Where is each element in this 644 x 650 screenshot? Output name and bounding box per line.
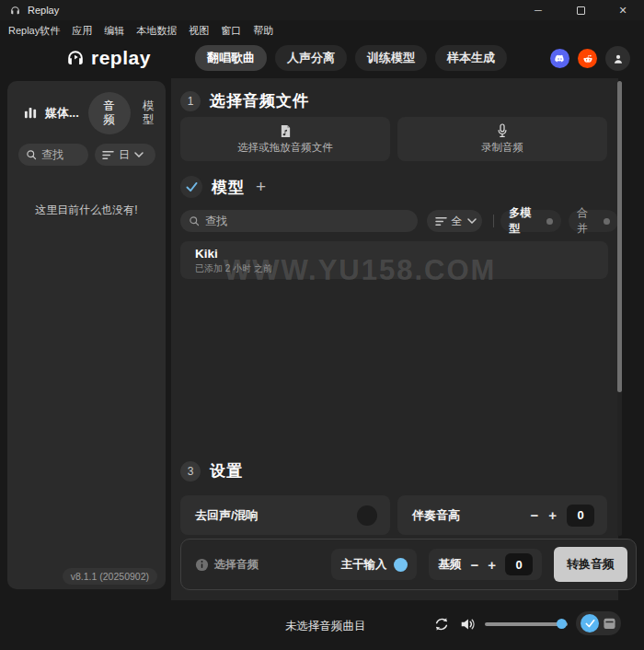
deecho-label: 去回声/混响 xyxy=(195,507,259,524)
menu-item-local-data[interactable]: 本地数据 xyxy=(136,24,177,38)
menu-item-replay[interactable]: Replay软件 xyxy=(8,24,60,38)
menu-item-help[interactable]: 帮助 xyxy=(253,24,273,38)
app-logo: replay xyxy=(65,47,151,69)
window-title: Replay xyxy=(28,5,59,16)
info-icon xyxy=(195,558,209,572)
sidebar-search-row: 日 xyxy=(7,134,166,166)
media-label: 媒体... xyxy=(45,105,79,122)
menu-bar: Replay软件 应用 编辑 本地数据 视图 窗口 帮助 xyxy=(0,20,644,41)
record-audio-label: 录制音频 xyxy=(481,141,523,155)
deecho-setting: 去回声/混响 xyxy=(180,495,390,535)
pitch-value[interactable]: 0 xyxy=(505,553,533,575)
select-audio-label: 选择音频 xyxy=(214,557,259,573)
tab-cover-song[interactable]: 翻唱歌曲 xyxy=(195,45,267,71)
autoplay-check-icon[interactable] xyxy=(581,614,599,633)
step1-title: 选择音频文件 xyxy=(210,90,309,111)
model-search-input[interactable] xyxy=(205,215,408,227)
sidebar-tab-audio[interactable]: 音频 xyxy=(88,92,131,134)
window-controls: ─ ✕ xyxy=(517,0,644,20)
convert-audio-button[interactable]: 转换音频 xyxy=(554,547,627,582)
step3-number: 3 xyxy=(180,461,201,482)
main-scrollbar[interactable] xyxy=(617,81,622,536)
maximize-button[interactable] xyxy=(559,0,602,20)
merge-toggle[interactable]: 合并 xyxy=(569,210,618,232)
model-name: Kiki xyxy=(195,247,608,261)
choose-file-label: 选择或拖放音频文件 xyxy=(237,141,333,155)
search-icon xyxy=(189,215,200,226)
menu-item-window[interactable]: 窗口 xyxy=(221,24,241,38)
accompaniment-pitch-stepper: − + 0 xyxy=(530,505,594,527)
decrease-button[interactable]: − xyxy=(530,507,538,523)
accompaniment-pitch-setting: 伴奏音高 − + 0 xyxy=(397,495,607,535)
select-audio-hint: 选择音频 xyxy=(195,557,259,573)
model-filter[interactable]: 全 xyxy=(427,210,483,232)
scrollbar-thumb[interactable] xyxy=(617,81,622,392)
account-icon[interactable] xyxy=(605,46,630,71)
volume-slider-knob[interactable] xyxy=(557,619,567,629)
sidebar-empty-text: 这里目前什么也没有! xyxy=(7,203,166,218)
tab-train-model[interactable]: 训练模型 xyxy=(355,45,427,71)
multi-model-toggle[interactable]: 多模型 xyxy=(500,210,561,232)
step2-header: 模型 + xyxy=(180,176,266,198)
model-filter-row: 全 多模型 合并 xyxy=(180,210,618,232)
step2-check-icon xyxy=(180,176,202,198)
increase-button[interactable]: + xyxy=(548,507,557,523)
queue-icon[interactable] xyxy=(603,617,616,630)
reddit-icon[interactable] xyxy=(578,49,597,68)
player-options-pill xyxy=(576,611,621,635)
main-content: 1 选择音频文件 选择或拖放音频文件 录制音频 模型 + xyxy=(171,78,618,600)
version-badge: v8.1.1 (20250902) xyxy=(63,568,157,585)
maximize-icon xyxy=(577,6,585,15)
tab-vocal-separation[interactable]: 人声分离 xyxy=(275,45,347,71)
deecho-toggle[interactable] xyxy=(357,505,377,526)
divider xyxy=(493,215,494,227)
choose-file-button[interactable]: 选择或拖放音频文件 xyxy=(180,117,390,161)
header-icons xyxy=(550,46,630,71)
accompaniment-pitch-label: 伴奏音高 xyxy=(412,507,460,524)
add-model-button[interactable]: + xyxy=(256,177,266,197)
volume-slider[interactable] xyxy=(485,622,568,626)
accompaniment-pitch-value[interactable]: 0 xyxy=(567,505,594,527)
chevron-down-icon xyxy=(134,152,144,157)
step1-number: 1 xyxy=(180,91,201,111)
no-track-label: 未选择音频曲目 xyxy=(285,619,366,634)
close-button[interactable]: ✕ xyxy=(602,0,644,20)
sidebar-tab-model[interactable]: 模型 xyxy=(142,99,155,127)
sidebar-search[interactable] xyxy=(18,144,88,166)
pitch-increase-button[interactable]: + xyxy=(488,557,496,573)
sidebar-search-input[interactable] xyxy=(41,148,78,161)
media-sidebar: 媒体... 音频 模型 日 这里目前什么也没有! v8.1.1 (2025090… xyxy=(7,81,166,589)
step1-header: 1 选择音频文件 xyxy=(180,90,309,111)
model-search[interactable] xyxy=(180,210,418,232)
convert-action-bar: 选择音频 主干输入 基频 − + 0 转换音频 xyxy=(180,539,637,590)
pitch-decrease-button[interactable]: − xyxy=(470,557,478,573)
microphone-icon xyxy=(496,123,509,138)
header-tabs: 翻唱歌曲 人声分离 训练模型 样本生成 xyxy=(195,45,507,71)
stem-input-toggle[interactable]: 主干输入 xyxy=(331,549,417,580)
app-header: replay 翻唱歌曲 人声分离 训练模型 样本生成 xyxy=(0,41,644,75)
player-bar: 未选择音频曲目 xyxy=(0,600,644,650)
model-filter-label: 全 xyxy=(452,214,463,229)
pitch-label: 基频 xyxy=(438,557,461,573)
model-list-item[interactable]: Kiki 已添加 2 小时 之前 xyxy=(180,241,608,279)
sort-icon xyxy=(435,216,447,226)
menu-item-edit[interactable]: 编辑 xyxy=(104,24,124,38)
search-icon xyxy=(26,149,37,160)
audio-source-row: 选择或拖放音频文件 录制音频 xyxy=(180,117,607,161)
menu-item-app[interactable]: 应用 xyxy=(72,24,92,38)
app-icon xyxy=(9,5,21,17)
model-added-time: 已添加 2 小时 之前 xyxy=(195,262,608,275)
media-header-row: 媒体... 音频 模型 xyxy=(7,81,166,134)
chevron-down-icon xyxy=(467,218,477,224)
discord-icon[interactable] xyxy=(550,49,569,68)
tab-sample-generation[interactable]: 样本生成 xyxy=(435,45,507,71)
logo-text: replay xyxy=(91,47,151,69)
volume-icon[interactable] xyxy=(459,616,476,633)
sidebar-filter[interactable]: 日 xyxy=(95,144,155,166)
minimize-button[interactable]: ─ xyxy=(517,0,559,20)
sidebar-filter-label: 日 xyxy=(119,147,130,163)
loop-icon[interactable] xyxy=(433,616,450,633)
menu-item-view[interactable]: 视图 xyxy=(189,24,209,38)
record-audio-button[interactable]: 录制音频 xyxy=(397,117,607,161)
headphones-icon xyxy=(65,48,86,68)
